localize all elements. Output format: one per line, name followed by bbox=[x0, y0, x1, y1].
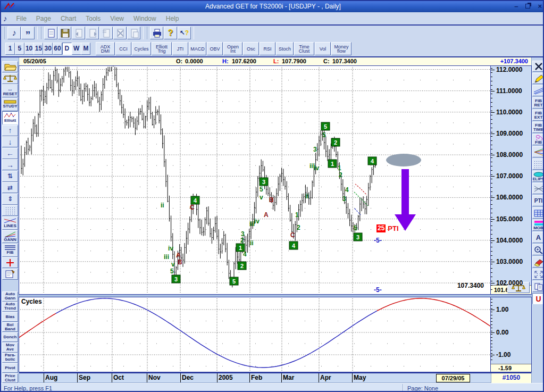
study-button-rsi[interactable]: RSI bbox=[260, 42, 275, 55]
new-page-button[interactable] bbox=[44, 27, 57, 39]
study-shortcut-pivot[interactable]: Pivot bbox=[2, 363, 18, 373]
lines-button[interactable]: LINES bbox=[2, 216, 18, 230]
close-button[interactable]: × bbox=[538, 2, 542, 10]
fib-retracement-button[interactable]: FIB RET bbox=[532, 97, 544, 109]
study-button-money-flow[interactable]: Money flow bbox=[331, 42, 351, 55]
undo-tool-button[interactable]: U bbox=[532, 293, 544, 304]
study-button[interactable]: STUDY bbox=[2, 98, 18, 111]
timeframe-button-30[interactable]: 30 bbox=[43, 43, 53, 55]
scales-button[interactable] bbox=[2, 73, 18, 84]
properties-button[interactable] bbox=[2, 269, 18, 280]
study-button-cycles[interactable]: Cycles bbox=[132, 42, 151, 55]
ellipse-tool-button[interactable]: ELIPS bbox=[532, 171, 544, 182]
scroll-left-button[interactable]: ← bbox=[2, 148, 18, 159]
fan-lines-button[interactable] bbox=[532, 146, 544, 157]
study-shortcut-bias[interactable]: Bias bbox=[2, 312, 18, 322]
study-button-elliott-trig[interactable]: Elliott Trig bbox=[152, 42, 172, 55]
quotes-button[interactable]: ” bbox=[21, 27, 35, 39]
timeframe-button-D[interactable]: D bbox=[62, 43, 72, 55]
fib-time-button[interactable]: FIB TIME bbox=[532, 122, 544, 133]
expand-vertical-button[interactable]: ⇕ bbox=[2, 194, 18, 205]
delete-page-button[interactable] bbox=[113, 27, 127, 39]
price-chart-pane[interactable]: 341253452134iiiviiiv5ABC324iiiiiivv5ABC1… bbox=[19, 66, 491, 294]
study-shortcut-auto-trend[interactable]: Auto Trend bbox=[2, 302, 18, 312]
trend-lines-button[interactable] bbox=[532, 85, 544, 96]
zoom-tool-button[interactable] bbox=[532, 244, 544, 255]
study-shortcut-price-clust[interactable]: Price Clust bbox=[2, 373, 18, 383]
menu-help[interactable]: Help bbox=[161, 14, 184, 23]
study-shortcut-para-bolic[interactable]: Para- bolic bbox=[2, 353, 18, 363]
print-button[interactable] bbox=[150, 27, 163, 39]
minimize-button[interactable]: – bbox=[514, 2, 518, 10]
study-button-open-int[interactable]: Open Int bbox=[223, 42, 242, 55]
study-button-obv[interactable]: OBV bbox=[207, 42, 223, 55]
copy-page-button[interactable] bbox=[127, 27, 140, 39]
eraser-tool-button[interactable] bbox=[532, 256, 544, 268]
study-shortcut-mov-ave[interactable]: Mov Ave bbox=[2, 343, 18, 353]
compress-vertical-button[interactable]: ⇅ bbox=[2, 171, 18, 182]
fib-extension-button[interactable]: FIB EXT bbox=[532, 110, 544, 121]
timeframe-button-5[interactable]: 5 bbox=[15, 43, 24, 55]
cursor-date-box[interactable]: 07/29/05 bbox=[436, 374, 470, 382]
context-help-button[interactable]: ↖? bbox=[178, 27, 191, 39]
menu-file[interactable]: File bbox=[12, 14, 31, 23]
scroll-down-button[interactable]: ↓ bbox=[2, 136, 18, 147]
study-button-macd[interactable]: MACD bbox=[189, 42, 206, 55]
timeframe-button-10[interactable]: 10 bbox=[24, 43, 34, 55]
pitchfork-button[interactable] bbox=[532, 183, 544, 194]
fib-spiral-button[interactable]: FIB bbox=[532, 134, 544, 145]
save-button[interactable] bbox=[58, 27, 71, 39]
study-button-cci[interactable]: CCI bbox=[115, 42, 131, 55]
timeframe-button-W[interactable]: W bbox=[72, 43, 81, 55]
study-button-stoch[interactable]: Stoch bbox=[276, 42, 294, 55]
help-button[interactable]: ? bbox=[164, 27, 177, 39]
text-tool-button[interactable]: A bbox=[532, 232, 544, 243]
copy-tool-button[interactable] bbox=[532, 281, 544, 292]
fib-button[interactable]: FIB bbox=[2, 244, 18, 257]
study-button-adx-dmi[interactable]: ADX DMI bbox=[96, 42, 115, 55]
price-axis[interactable]: 101.60 112.0000111.0000110.0000109.00001… bbox=[491, 66, 531, 294]
restore-button[interactable] bbox=[525, 4, 530, 9]
prev-page-button[interactable] bbox=[72, 27, 85, 39]
study-shortcut-auto-gann[interactable]: Auto Gann bbox=[2, 291, 18, 302]
timeframe-button-60[interactable]: 60 bbox=[53, 43, 62, 55]
reset-button[interactable]: ↔RESET bbox=[2, 84, 18, 97]
study-shortcut-bol-band[interactable]: Bol Band bbox=[2, 322, 18, 332]
expand-tool-button[interactable] bbox=[532, 269, 544, 280]
delete-tool-button[interactable] bbox=[532, 61, 544, 72]
timeframe-button-M[interactable]: M bbox=[81, 43, 90, 55]
menu-window[interactable]: Window bbox=[129, 14, 161, 23]
mob-tool-button[interactable]: MOB bbox=[532, 220, 544, 231]
crosshair-button[interactable] bbox=[2, 257, 18, 268]
study-button-time-clust[interactable]: Time Clust bbox=[294, 42, 314, 55]
menu-page[interactable]: Page bbox=[31, 14, 56, 23]
grid-button[interactable] bbox=[2, 205, 18, 216]
menu-tools[interactable]: Tools bbox=[81, 14, 105, 23]
next-page-button[interactable] bbox=[86, 27, 99, 39]
grid-tool-button[interactable] bbox=[532, 159, 544, 170]
compress-horizontal-button[interactable]: ⇄ bbox=[2, 182, 18, 193]
menu-chart[interactable]: Chart bbox=[56, 14, 81, 23]
elliott-button[interactable]: Elliott bbox=[2, 111, 18, 124]
title-bar[interactable]: Advanced GET for TS2000i - [USDJPY - , D… bbox=[1, 1, 544, 12]
time-axis[interactable]: 07/29/05 AugSepOctNovDec2005FebMarAprMay bbox=[19, 373, 491, 383]
pti-tool-button[interactable]: PTI bbox=[532, 195, 544, 206]
cycles-pane[interactable]: Cycles bbox=[19, 297, 491, 372]
timeframe-button-1[interactable]: 1 bbox=[5, 43, 15, 55]
ellipse-annotation[interactable] bbox=[386, 154, 421, 166]
menu-view[interactable]: View bbox=[105, 14, 129, 23]
study-button-jti[interactable]: JTI bbox=[172, 42, 188, 55]
study-button-vol[interactable]: Vol bbox=[315, 42, 331, 55]
pushpin-button[interactable]: ♪ bbox=[7, 27, 21, 39]
gann-button[interactable]: GANN bbox=[2, 230, 18, 243]
study-shortcut-donch[interactable]: Donch bbox=[2, 332, 18, 343]
insert-page-button[interactable] bbox=[99, 27, 113, 39]
open-chart-button[interactable] bbox=[2, 61, 18, 72]
scroll-up-button[interactable]: ↑ bbox=[2, 125, 18, 136]
study-button-osc[interactable]: Osc bbox=[243, 42, 259, 55]
table-tool-button[interactable] bbox=[532, 207, 544, 219]
scroll-right-button[interactable]: → bbox=[2, 159, 18, 170]
timeframe-button-15[interactable]: 15 bbox=[34, 43, 43, 55]
down-arrow-annotation[interactable] bbox=[395, 169, 416, 231]
pencil-tool-button[interactable] bbox=[532, 73, 544, 84]
